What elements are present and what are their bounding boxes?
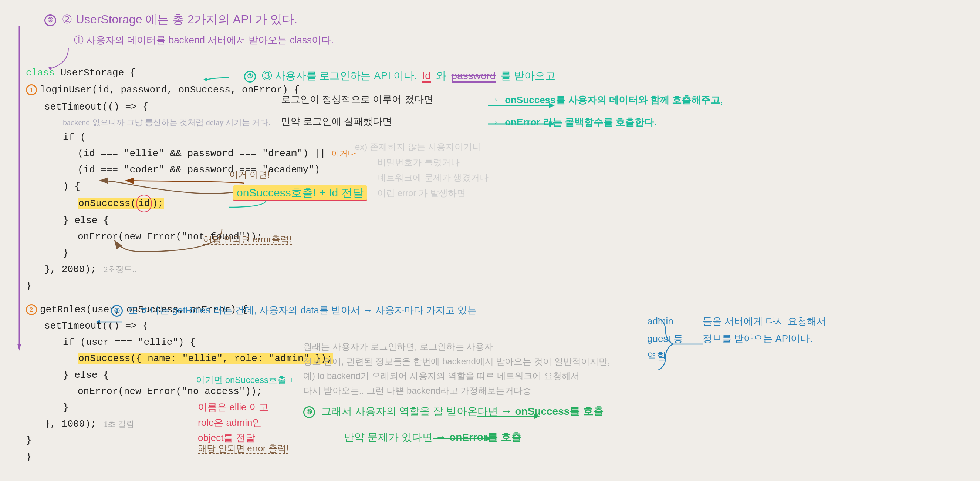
onError2-code: onError(new Error("no access")); [78,386,262,397]
num-circle-4: ④ [111,305,123,317]
onSuccess-call-highlight: onSuccess호출! + Id 전달 [233,185,367,201]
code-condition2: (id === "coder" && password === "academy… [26,162,356,178]
arrow-5a: → [501,405,512,417]
close1-code: } [63,247,69,259]
setTimeout2-code: setTimeout(() => { [45,320,148,331]
close5-code: }, 1000); [45,416,96,432]
code-close7: } [26,449,356,465]
num-2-getRoles: 2 [26,304,37,315]
ellie-object-note: 이름은 ellie 이고 role은 admin인 object를 전달 [198,400,269,446]
num-circle-5: ⑤ [303,406,315,418]
code-close3: } [26,278,356,294]
circle3-error-result: → onError 라는 콜백함수를 호출한다. [488,114,656,129]
sub1-annotation: ① 사용자의 데이터를 backend 서버에서 받아오는 class이다. [74,33,334,47]
circle4-text: 또 하나는 getRoles 라는 건데, 사용자의 data를 받아서 → 사… [128,304,477,315]
or-label: 이거나 [331,148,356,159]
roles-bracket: admin guest 등 역할 [647,313,683,365]
circle4-suffix: 들을 서버에게 다시 요청해서 정보를 받아오는 API이다. [703,313,826,347]
ellie-text: 이름은 ellie 이고 [198,400,269,415]
onSuccess-5: onSuccess를 호출 [515,406,603,417]
setTimeout-code: setTimeout(() => { [45,101,148,113]
arrow-right-2: → [488,115,499,127]
close7-code: } [26,451,32,462]
cond2-code: (id === "coder" && password === "academy… [78,164,320,175]
if-user-code: if (user === "ellie") { [63,337,196,348]
close6-code: } [26,435,32,446]
onSuccess2-highlight: onSuccess({ name: "ellie", role: "admin"… [78,353,333,364]
close4-code: } [63,402,69,413]
sub1-text: ① 사용자의 데이터를 backend 서버에서 받아오는 class이다. [74,34,334,46]
code-onError1: onError(new Error("not found")); [26,229,356,245]
ex-line1: ex) 존재하지 않는 사용자이거나 [355,140,488,153]
this-case-text: 이거 이면! [229,169,270,180]
comment-text: backend 없으니까 그냥 통신하는 것처럼 delay 시키는 거다. [63,118,270,127]
class-keyword: class [26,67,60,78]
code-else: } else { [26,212,356,229]
cond1-code: (id === "ellie" && password === "dream")… [78,145,326,162]
circle5-error-text: 만약 문제가 있다면 [344,432,435,443]
arrow-right-1: → [488,93,499,105]
original-login-note: 원래는 사용자가 로그인하면, 로그인하는 사용자 정보 안에, 관련된 정보들… [303,341,610,397]
id-circled: id [136,194,152,212]
code-close6: } [26,432,356,448]
login-success-text: 로그인이 정상적으로 이루어 졌다면 [281,94,433,105]
if-success-note: 이거면 onSuccess호출 + [196,374,294,386]
and-text: 와 [436,70,449,81]
circle5-text: 그래서 사용자의 역할을 잘 받아온다면 [321,406,501,417]
receive-text: 를 받아오고 [501,70,555,81]
class-name: UserStorage { [60,67,136,78]
onSuccess-highlight: onSuccess(id); [78,198,164,209]
circle3-label: ③ 사용자를 로그인하는 API 이다. [262,70,417,81]
role-admin: admin [647,313,683,330]
login-error-text: 만약 로그인에 실패했다면 [281,116,392,127]
loginUser-code: loginUser(id, password, onSuccess, onErr… [40,82,299,98]
header-text: ② UserStorage 에는 총 2가지의 API 가 있다. [62,13,298,26]
bad-backend-text: 다시 받아오는.. 그런 나쁜 backend라고 가정해보는거다승 [303,384,610,397]
close2-code: }, 2000); [45,261,96,277]
admin-text: role은 admin인 [198,415,269,431]
orig-text: 원래는 사용자가 로그인하면, 로그인하는 사용자 [303,341,610,353]
ex-annotations: ex) 존재하지 않는 사용자이거나 비밀번호가 틀렸거나 네트워크에 문제가 … [355,140,488,199]
num-circle-3: ③ [244,71,256,83]
circle4-annotation: ④ 또 하나는 getRoles 라는 건데, 사용자의 data를 받아서 →… [111,303,477,317]
circle3-success-result: → onSuccess를 사용자의 데이터와 함께 호출해주고, [488,92,723,107]
close3-code: } [26,280,32,291]
if-success-text: 이거면 onSuccess호출 + [196,374,294,386]
header-annotation: ② ② UserStorage 에는 총 2가지의 API 가 있다. [45,11,298,28]
main-canvas: ② ② UserStorage 에는 총 2가지의 API 가 있다. ① 사용… [0,0,980,481]
circle3-success: 로그인이 정상적으로 이루어 졌다면 [281,92,433,106]
arrow-5b: → [435,431,446,443]
else2-code: } else { [63,370,109,381]
num-circle-2: ② [45,14,56,26]
num-1-login: 1 [26,84,37,96]
brace-code: ) { [63,181,80,192]
onError-result: onError 라는 콜백함수를 호출한다. [505,116,656,127]
this-case-label: 이거 이면! [229,168,270,181]
circle3-annotation: ③ ③ 사용자를 로그인하는 API 이다. Id 와 password 를 받… [244,68,555,83]
code-setTimeout2: setTimeout(() => { [26,318,356,334]
svg-marker-2 [18,344,21,351]
code-close1: } [26,245,356,261]
circle5-annotation: ⑤ 그래서 사용자의 역할을 잘 받아온다면 → onSuccess를 호출 [303,403,603,419]
detail-text: 정보를 받아오는 API이다. [703,330,826,347]
error-call2-label: 해당 안되면 error 출력! [198,442,288,455]
error-call-label: 해당 안되면 error출력! [204,233,292,246]
info-text: 정보 안에, 관련된 정보들을 한번에 backend에서 받아오는 것이 일반… [303,355,610,368]
code-if: if ( [26,129,356,145]
code-close2: }, 2000); 2초정도.. [26,261,356,277]
ex-line4: 이런 error 가 발생하면 [355,187,488,199]
role-guest: guest 등 [647,330,683,347]
two-sec-label: 2초정도.. [103,264,136,275]
circle5-error-annotation: 만약 문제가 있다면 → onError를 호출 [344,429,522,445]
ex-line3: 네트워크에 문제가 생겼거나 [355,171,488,184]
else-code: } else { [63,215,109,226]
if-code: if ( [63,132,86,143]
onSuccess-call-label: onSuccess호출! + Id 전달 [233,185,367,201]
id-underline: Id [422,70,431,83]
onSuccess-result: onSuccess를 사용자의 데이터와 함께 호출해주고, [505,94,722,105]
password-strikethrough: password [452,70,496,83]
error-call-text: 해당 안되면 error출력! [204,234,292,245]
error-call2-text: 해당 안되면 error 출력! [198,443,288,454]
role-role: 역할 [647,347,683,365]
circle3-error: 만약 로그인에 실패했다면 [281,115,392,128]
